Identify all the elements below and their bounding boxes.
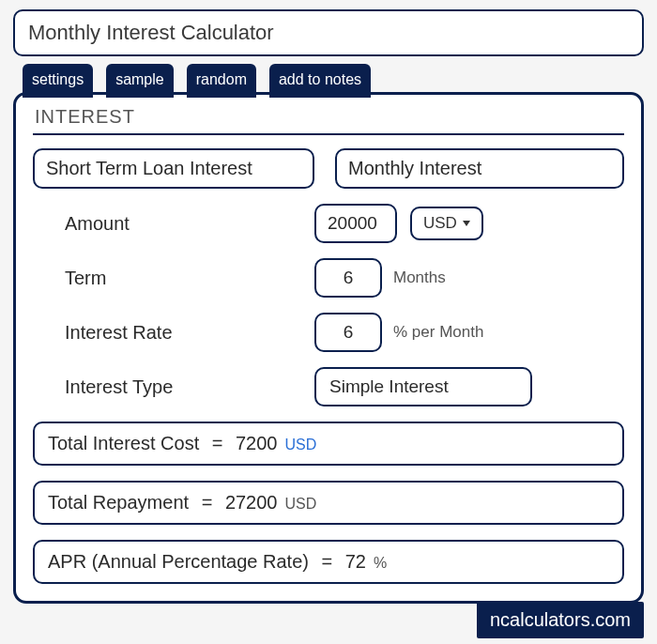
tabs-bar: settings sample random add to notes <box>13 64 644 98</box>
term-input[interactable] <box>314 258 382 298</box>
chevron-down-icon <box>463 221 470 226</box>
repayment-label: Total Repayment <box>48 492 189 514</box>
repayment-value: 27200 <box>225 492 278 514</box>
apr-value: 72 <box>345 551 366 573</box>
apr-unit: % <box>374 555 387 572</box>
section-short-term[interactable]: Short Term Loan Interest <box>33 148 314 189</box>
rate-input[interactable] <box>314 313 382 352</box>
interest-cost-label: Total Interest Cost <box>48 433 199 454</box>
brand-badge[interactable]: ncalculators.com <box>477 602 644 638</box>
calculator-panel: INTEREST Short Term Loan Interest Monthl… <box>13 92 644 604</box>
rate-label: Interest Rate <box>33 322 314 344</box>
result-interest-cost: Total Interest Cost = 7200 USD <box>33 422 624 466</box>
panel-heading: INTEREST <box>33 104 624 135</box>
rate-unit: % per Month <box>393 323 483 342</box>
repayment-unit: USD <box>285 496 317 513</box>
row-amount: Amount USD <box>33 204 624 243</box>
interest-type-select[interactable]: Simple Interest <box>314 367 532 406</box>
tab-sample[interactable]: sample <box>106 64 174 98</box>
tab-random[interactable]: random <box>187 64 256 98</box>
result-repayment: Total Repayment = 27200 USD <box>33 481 624 525</box>
section-monthly-interest[interactable]: Monthly Interest <box>335 148 624 189</box>
equals-sign: = <box>316 551 338 573</box>
result-apr: APR (Annual Percentage Rate) = 72 % <box>33 540 624 584</box>
row-term: Term Months <box>33 258 624 298</box>
type-label: Interest Type <box>33 376 314 398</box>
apr-label: APR (Annual Percentage Rate) <box>48 551 309 573</box>
row-type: Interest Type Simple Interest <box>33 367 624 406</box>
interest-cost-value: 7200 <box>236 433 278 454</box>
amount-label: Amount <box>33 213 314 235</box>
term-label: Term <box>33 268 314 289</box>
interest-cost-unit[interactable]: USD <box>284 437 316 453</box>
page-title: Monthly Interest Calculator <box>13 9 644 56</box>
amount-input[interactable] <box>314 204 397 243</box>
term-unit: Months <box>393 268 446 287</box>
currency-select[interactable]: USD <box>410 207 483 240</box>
tab-add-to-notes[interactable]: add to notes <box>269 64 371 98</box>
tab-settings[interactable]: settings <box>23 64 93 98</box>
row-rate: Interest Rate % per Month <box>33 313 624 352</box>
equals-sign: = <box>206 433 228 454</box>
equals-sign: = <box>196 492 218 514</box>
currency-value: USD <box>423 214 457 233</box>
